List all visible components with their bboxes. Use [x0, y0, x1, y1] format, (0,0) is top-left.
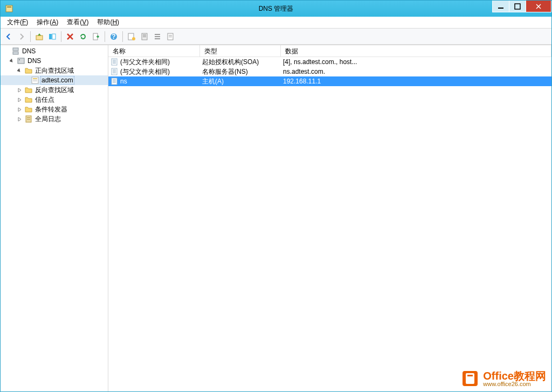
list-view-button[interactable]	[151, 31, 163, 43]
record-row[interactable]: (与父文件夹相同)名称服务器(NS)ns.adtest.com.	[108, 67, 551, 76]
delete-button[interactable]	[64, 31, 76, 43]
show-hide-button[interactable]	[46, 31, 58, 43]
svg-rect-18	[155, 38, 160, 39]
svg-rect-15	[143, 37, 146, 37]
list-body[interactable]: (与父文件夹相同)起始授权机构(SOA)[4], ns.adtest.com.,…	[108, 57, 551, 391]
toolbar: ?	[1, 29, 551, 45]
svg-rect-42	[113, 73, 116, 73]
folder-icon	[24, 105, 33, 114]
record-row[interactable]: ns主机(A)192.168.11.1	[108, 76, 551, 86]
svg-rect-31	[27, 117, 30, 118]
title-bar[interactable]: DNS 管理器	[1, 1, 551, 17]
up-button[interactable]	[33, 31, 45, 43]
svg-rect-36	[113, 62, 116, 62]
tree-label: DNS	[21, 47, 37, 55]
svg-rect-27	[33, 78, 37, 79]
minimize-button[interactable]	[492, 1, 509, 12]
folder-icon	[24, 95, 33, 104]
toolbar-separator	[122, 31, 123, 42]
svg-rect-41	[113, 72, 116, 72]
svg-rect-40	[113, 71, 116, 71]
new-zone-button[interactable]	[126, 31, 137, 43]
column-data[interactable]: 数据	[281, 45, 551, 57]
svg-rect-5	[49, 34, 52, 39]
expand-icon[interactable]	[16, 115, 23, 123]
record-type: 名称服务器(NS)	[202, 67, 248, 76]
toolbar-separator	[105, 31, 105, 42]
menu-action[interactable]: 操作(A)	[32, 17, 63, 28]
app-window: DNS 管理器 文件(F) 操作(A) 查看(V) 帮助(H) ?	[0, 0, 552, 392]
svg-rect-50	[467, 375, 473, 376]
svg-rect-24	[18, 58, 24, 64]
toolbar-separator	[61, 31, 61, 42]
record-name: (与父文件夹相同)	[120, 58, 170, 67]
expand-icon[interactable]	[16, 106, 23, 113]
server-icon	[17, 57, 25, 65]
svg-rect-17	[155, 36, 160, 37]
tree-root-dns[interactable]: DNS	[1, 46, 108, 56]
tree-conditional-forwarders[interactable]: 条件转发器	[1, 104, 108, 114]
menu-view[interactable]: 查看(V)	[63, 17, 93, 28]
svg-rect-14	[143, 36, 146, 36]
tree-server[interactable]: DNS	[1, 56, 108, 66]
tree-pane[interactable]: DNS DNS 正向查找区域 adtest.com 反向查找区域	[1, 45, 108, 391]
tree-label: 反向查找区域	[34, 86, 75, 95]
menu-help[interactable]: 帮助(H)	[93, 17, 123, 28]
filter-button[interactable]	[164, 31, 176, 43]
svg-rect-28	[33, 80, 37, 80]
tree-global-logs[interactable]: 全局日志	[1, 114, 108, 124]
tree-reverse-zones[interactable]: 反向查找区域	[1, 85, 108, 95]
tree-label: adtest.com	[40, 76, 74, 85]
export-button[interactable]	[90, 31, 102, 43]
zone-icon	[31, 76, 39, 85]
record-name: (与父文件夹相同)	[120, 67, 170, 76]
client-area: DNS DNS 正向查找区域 adtest.com 反向查找区域	[1, 45, 551, 391]
svg-rect-47	[113, 82, 116, 83]
svg-rect-39	[113, 69, 116, 70]
expand-icon[interactable]	[16, 96, 23, 103]
tree-label: 条件转发器	[34, 105, 68, 114]
forward-button[interactable]	[16, 31, 27, 43]
collapse-icon[interactable]	[16, 67, 23, 74]
log-icon	[24, 115, 33, 123]
dns-root-icon	[11, 47, 20, 55]
svg-rect-46	[113, 81, 116, 82]
svg-rect-20	[169, 35, 172, 36]
list-header: 名称 类型 数据	[108, 45, 551, 57]
svg-rect-21	[169, 37, 172, 37]
collapse-icon[interactable]	[8, 57, 16, 65]
help-button[interactable]: ?	[108, 31, 120, 43]
menu-file[interactable]: 文件(F)	[3, 17, 32, 28]
svg-rect-37	[113, 63, 116, 64]
svg-rect-45	[113, 80, 116, 81]
column-type[interactable]: 类型	[200, 45, 281, 57]
svg-rect-25	[19, 59, 20, 60]
record-type: 主机(A)	[202, 77, 224, 86]
back-button[interactable]	[3, 31, 15, 43]
expand-icon[interactable]	[16, 86, 23, 94]
maximize-button[interactable]	[509, 1, 526, 12]
column-name[interactable]: 名称	[108, 45, 200, 57]
close-button[interactable]	[526, 1, 551, 12]
tree-forward-zones[interactable]: 正向查找区域	[1, 66, 108, 75]
refresh-button[interactable]	[77, 31, 89, 43]
window-title: DNS 管理器	[1, 4, 551, 13]
tree-trust-points[interactable]: 信任点	[1, 95, 108, 104]
record-data: 192.168.11.1	[283, 78, 321, 85]
tree-label: 正向查找区域	[34, 66, 75, 75]
svg-rect-35	[113, 61, 116, 61]
watermark-icon	[460, 369, 480, 388]
record-row[interactable]: (与父文件夹相同)起始授权机构(SOA)[4], ns.adtest.com.,…	[108, 57, 551, 67]
svg-rect-23	[13, 52, 18, 54]
watermark-url: www.office26.com	[483, 381, 546, 387]
watermark-title: Office教程网	[483, 370, 546, 381]
svg-rect-6	[52, 34, 56, 39]
tree-zone-adtest[interactable]: adtest.com	[1, 75, 108, 85]
properties-button[interactable]	[139, 31, 150, 43]
list-pane: 名称 类型 数据 (与父文件夹相同)起始授权机构(SOA)[4], ns.adt…	[108, 45, 551, 391]
record-name: ns	[120, 78, 127, 85]
record-data: ns.adtest.com.	[283, 68, 325, 75]
folder-icon	[24, 66, 33, 75]
svg-rect-13	[143, 34, 146, 35]
svg-rect-2	[498, 8, 503, 9]
